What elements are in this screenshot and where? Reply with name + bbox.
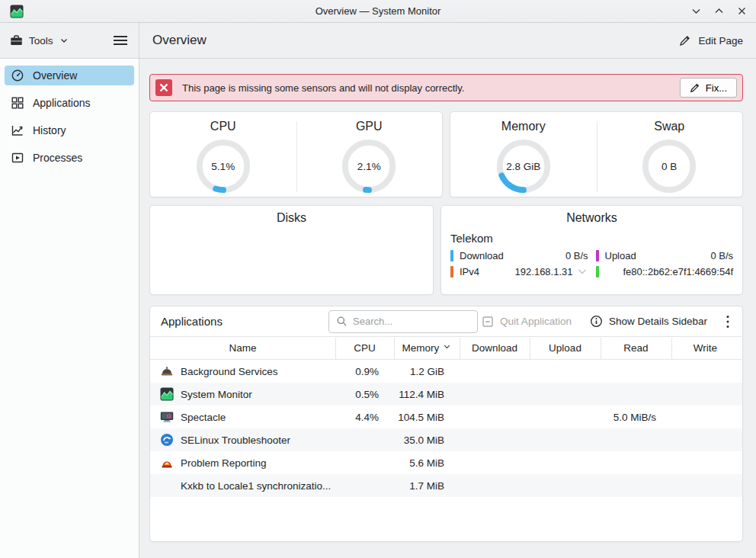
tools-menu-button[interactable]: Tools: [10, 34, 69, 46]
fix-button[interactable]: Fix...: [680, 78, 737, 98]
download-legend-chip: [450, 250, 453, 261]
show-details-sidebar-button[interactable]: Show Details Sidebar: [590, 315, 707, 328]
applications-toolbar: Applications: [150, 306, 742, 337]
sidebar-item-processes[interactable]: Processes: [5, 148, 134, 168]
table-row[interactable]: Background Services 0.9% 1.2 GiB: [150, 360, 742, 383]
app-name: Background Services: [181, 366, 278, 377]
table-row[interactable]: Kxkb to Locale1 synchronizatio... 1.7 Mi…: [150, 474, 742, 497]
gauge-value: 5.1%: [194, 136, 253, 196]
applications-card: Applications: [149, 306, 743, 542]
pencil-icon: [690, 82, 700, 93]
fix-label: Fix...: [706, 82, 727, 94]
sidebar-toolbar: Tools: [0, 23, 139, 59]
quit-application-label: Quit Application: [500, 316, 572, 327]
missing-sensors-banner: This page is missing some sensors and wi…: [149, 74, 743, 101]
edit-page-button[interactable]: Edit Page: [679, 34, 743, 46]
sidebar-item-label: Overview: [33, 69, 77, 82]
cpu-gpu-card: CPU 5.1% GPU: [149, 111, 443, 197]
briefcase-icon: [10, 34, 23, 46]
disks-card: Disks: [149, 205, 434, 295]
sidebar-item-applications[interactable]: Applications: [5, 93, 134, 113]
networks-title: Networks: [450, 211, 733, 225]
ipv4-legend-chip: [450, 266, 453, 277]
banner-message: This page is missing some sensors and wi…: [182, 82, 680, 94]
table-row[interactable]: SELinux Troubleshooter 35.0 MiB: [150, 428, 742, 451]
background-services-icon: [160, 364, 174, 378]
spectacle-icon: [160, 410, 174, 424]
app-name: Spectacle: [181, 412, 226, 423]
pencil-icon: [679, 34, 691, 46]
maximize-icon[interactable]: [713, 6, 724, 17]
memory-cell: 35.0 MiB: [394, 435, 460, 446]
hamburger-menu-button[interactable]: [113, 34, 128, 46]
search-box[interactable]: [328, 310, 478, 333]
window-controls: [690, 0, 747, 22]
no-icon-spacer: [160, 479, 174, 492]
ipv4-label: IPv4: [460, 266, 515, 277]
column-header-read[interactable]: Read: [601, 337, 671, 360]
memory-cell: 5.6 MiB: [394, 457, 460, 469]
gpu-gauge: GPU 2.1%: [296, 112, 443, 197]
disks-title: Disks: [150, 211, 433, 225]
search-icon: [336, 316, 348, 327]
network-ipv6: fe80::2b62:e7f1:4669:54f: [596, 265, 734, 277]
info-icon: [590, 315, 603, 328]
minimize-icon[interactable]: [690, 6, 701, 17]
column-header-download[interactable]: Download: [460, 337, 530, 360]
selinux-troubleshooter-icon: [160, 433, 174, 447]
history-chart-icon: [11, 123, 24, 137]
ipv4-expand-chevron-icon[interactable]: [576, 265, 588, 277]
upload-value: 0 B/s: [710, 250, 733, 261]
error-icon: [155, 79, 172, 96]
sidebar: Tools Overview: [0, 23, 139, 558]
titlebar: Overview — System Monitor: [0, 0, 756, 23]
network-ipv4: IPv4 192.168.1.31: [450, 265, 588, 277]
memory-cell: 1.7 MiB: [394, 480, 460, 492]
sort-descending-icon: [443, 342, 451, 351]
table-row[interactable]: Problem Reporting 5.6 MiB: [150, 451, 742, 474]
column-header-cpu[interactable]: CPU: [335, 337, 394, 360]
table-header: Name CPU Memory Download Upload Read Wri…: [150, 337, 742, 360]
swap-gauge: Swap 0 B: [597, 112, 743, 197]
problem-reporting-icon: [160, 456, 174, 470]
upload-label: Upload: [605, 250, 711, 261]
sidebar-nav: Overview Applications History: [0, 59, 139, 182]
tools-label: Tools: [29, 35, 53, 46]
gauge-title: Memory: [501, 118, 546, 134]
sidebar-item-history[interactable]: History: [5, 120, 134, 140]
sidebar-item-label: Applications: [33, 97, 91, 109]
cpu-gauge: CPU 5.1%: [150, 112, 296, 197]
sidebar-item-overview[interactable]: Overview: [5, 66, 134, 85]
show-details-sidebar-label: Show Details Sidebar: [609, 316, 707, 327]
gauge-value: 0 B: [639, 136, 699, 196]
column-header-memory[interactable]: Memory: [394, 337, 460, 360]
cpu-cell: 0.9%: [335, 366, 394, 377]
hamburger-icon: [113, 34, 128, 46]
cpu-cell: 4.4%: [335, 412, 394, 423]
quit-application-button[interactable]: Quit Application: [482, 316, 572, 328]
search-input[interactable]: [353, 316, 470, 327]
app-icon: [10, 5, 24, 18]
sidebar-item-label: History: [33, 124, 66, 136]
download-label: Download: [460, 250, 565, 261]
kebab-icon: [726, 314, 730, 329]
overview-content: This page is missing some sensors and wi…: [139, 59, 756, 558]
overflow-menu-button[interactable]: [726, 314, 730, 329]
chevron-down-icon: [59, 36, 69, 45]
processes-icon: [11, 151, 24, 165]
close-icon[interactable]: [736, 6, 747, 17]
edit-page-label: Edit Page: [698, 35, 743, 46]
table-row[interactable]: Spectacle 4.4% 104.5 MiB 5.0 MiB/s: [150, 406, 742, 428]
read-cell: 5.0 MiB/s: [601, 412, 671, 423]
gauge-title: CPU: [210, 118, 236, 134]
app-name: SELinux Troubleshooter: [181, 435, 290, 446]
app-name: System Monitor: [181, 389, 252, 400]
column-header-upload[interactable]: Upload: [530, 337, 601, 360]
memory-cell: 104.5 MiB: [394, 412, 460, 423]
column-header-write[interactable]: Write: [671, 337, 739, 360]
table-row[interactable]: System Monitor 0.5% 112.4 MiB: [150, 383, 742, 406]
gauge-value: 2.8 GiB: [494, 136, 553, 196]
cpu-cell: 0.5%: [335, 389, 394, 400]
column-header-name[interactable]: Name: [150, 337, 335, 360]
network-upload: Upload 0 B/s: [596, 250, 734, 261]
